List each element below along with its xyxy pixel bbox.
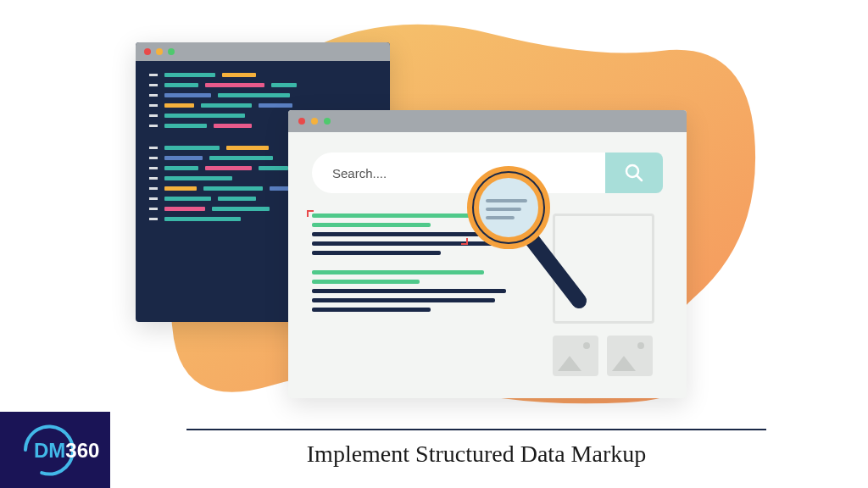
logo-suffix: 360 [65, 439, 99, 462]
browser-titlebar [288, 110, 687, 132]
svg-text:DM360: DM360 [34, 439, 99, 462]
close-icon [144, 48, 151, 55]
search-button[interactable] [605, 152, 663, 193]
brand-logo: DM360 [0, 412, 110, 488]
svg-line-2 [528, 235, 579, 301]
search-icon [623, 162, 645, 184]
magnifying-glass-icon [462, 165, 598, 318]
code-window-titlebar [136, 42, 390, 61]
image-placeholder-icon [607, 336, 653, 376]
svg-line-1 [637, 175, 642, 180]
minimize-icon [311, 118, 318, 125]
maximize-icon [324, 118, 331, 125]
page-caption: Implement Structured Data Markup [186, 441, 766, 468]
minimize-icon [156, 48, 163, 55]
logo-prefix: DM [34, 439, 65, 462]
image-placeholder-icon [553, 336, 598, 376]
maximize-icon [168, 48, 175, 55]
close-icon [298, 118, 305, 125]
caption-divider [186, 429, 766, 430]
